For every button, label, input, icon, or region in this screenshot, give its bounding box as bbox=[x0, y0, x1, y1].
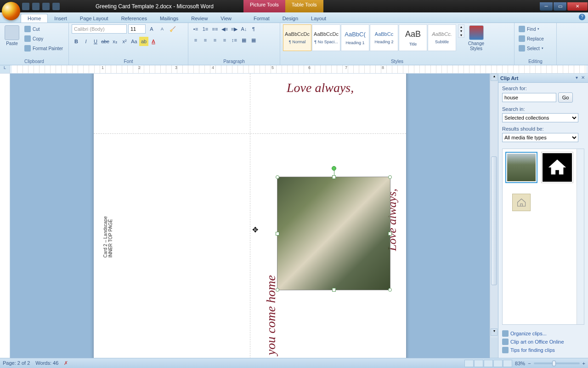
tab-home[interactable]: Home bbox=[21, 14, 48, 23]
tab-layout[interactable]: Layout bbox=[305, 14, 333, 23]
align-right-button[interactable]: ≡ bbox=[210, 35, 220, 45]
styles-more[interactable]: ▾ bbox=[458, 33, 464, 37]
context-tab-table[interactable]: Table Tools bbox=[285, 0, 323, 12]
increase-indent-button[interactable]: ≡▶ bbox=[230, 24, 239, 34]
change-case-button[interactable]: Aa bbox=[130, 37, 139, 46]
vertical-ruler[interactable] bbox=[0, 74, 10, 358]
underline-button[interactable]: U bbox=[91, 37, 100, 46]
tips-link[interactable]: Tips for finding clips bbox=[502, 346, 584, 354]
horizontal-ruler[interactable]: 1 2 3 4 5 6 7 8 bbox=[12, 65, 586, 73]
find-button[interactable]: Find▾ bbox=[517, 24, 545, 34]
tab-format[interactable]: Format bbox=[247, 14, 276, 23]
view-print-layout[interactable] bbox=[464, 360, 474, 367]
document-area[interactable]: Love always, Card 2 – Landscape INNER TO… bbox=[10, 74, 490, 358]
styles-scroll-up[interactable]: ▴ bbox=[458, 25, 464, 29]
office-button[interactable] bbox=[2, 2, 20, 20]
qat-more-icon[interactable] bbox=[52, 3, 60, 10]
qat-redo-icon[interactable] bbox=[42, 3, 50, 10]
tab-page-layout[interactable]: Page Layout bbox=[74, 14, 115, 23]
search-in-select[interactable]: Selected collections bbox=[502, 113, 578, 122]
pane-menu-button[interactable]: ▾ bbox=[573, 75, 580, 81]
tab-mailings[interactable]: Mailings bbox=[153, 14, 185, 23]
numbering-button[interactable]: 1≡ bbox=[201, 24, 210, 34]
styles-gallery[interactable]: AaBbCcDc¶ Normal AaBbCcDc¶ No Spaci... A… bbox=[283, 24, 456, 51]
clip-result-2[interactable] bbox=[541, 152, 573, 183]
clip-result-1[interactable] bbox=[505, 152, 537, 183]
vertical-scrollbar[interactable]: ▴ ▾ bbox=[490, 74, 498, 358]
page[interactable]: Love always, Card 2 – Landscape INNER TO… bbox=[94, 74, 406, 358]
tab-view[interactable]: View bbox=[214, 14, 238, 23]
decrease-indent-button[interactable]: ◀≡ bbox=[220, 24, 229, 34]
ruler-corner[interactable]: L bbox=[0, 65, 10, 73]
rotate-handle[interactable] bbox=[332, 166, 336, 171]
organize-clips-link[interactable]: Organize clips... bbox=[502, 329, 584, 338]
bold-button[interactable]: B bbox=[72, 37, 81, 46]
scroll-up-button[interactable]: ▴ bbox=[491, 74, 498, 81]
bullets-button[interactable]: •≡ bbox=[191, 24, 200, 34]
clear-format-button[interactable]: 🧹 bbox=[168, 24, 177, 34]
shading-button[interactable]: ▦ bbox=[239, 35, 249, 45]
browse-buttons[interactable] bbox=[491, 338, 498, 358]
style-heading1[interactable]: AaBbC(Heading 1 bbox=[341, 24, 369, 51]
superscript-button[interactable]: x² bbox=[120, 37, 129, 46]
search-input[interactable] bbox=[502, 93, 556, 102]
resize-handle-e[interactable] bbox=[388, 232, 392, 236]
resize-handle-nw[interactable] bbox=[276, 175, 279, 179]
page-indicator[interactable]: Page: 2 of 2 bbox=[3, 360, 30, 366]
style-heading2[interactable]: AaBbCcHeading 2 bbox=[370, 24, 398, 51]
shrink-font-button[interactable]: A bbox=[158, 24, 167, 34]
tab-review[interactable]: Review bbox=[185, 14, 214, 23]
context-tab-picture[interactable]: Picture Tools bbox=[243, 0, 285, 12]
scroll-down-button[interactable]: ▾ bbox=[491, 328, 498, 336]
qat-undo-icon[interactable] bbox=[32, 3, 40, 10]
word-count[interactable]: Words: 46 bbox=[35, 360, 58, 366]
font-name-select[interactable] bbox=[72, 24, 127, 34]
resize-handle-n[interactable] bbox=[332, 175, 336, 179]
tab-references[interactable]: References bbox=[115, 14, 153, 23]
change-styles-button[interactable]: Change Styles bbox=[466, 24, 486, 52]
font-size-select[interactable] bbox=[128, 24, 146, 34]
resize-handle-sw[interactable] bbox=[276, 288, 279, 292]
styles-scroll-down[interactable]: ▾ bbox=[458, 29, 464, 33]
align-left-button[interactable]: ≡ bbox=[191, 35, 200, 45]
view-draft[interactable] bbox=[503, 360, 512, 367]
selected-image[interactable] bbox=[277, 177, 390, 290]
sort-button[interactable]: A↓ bbox=[239, 24, 249, 34]
italic-button[interactable]: I bbox=[81, 37, 90, 46]
scroll-thumb[interactable] bbox=[491, 156, 497, 285]
font-color-button[interactable]: A bbox=[149, 37, 158, 46]
clipart-online-link[interactable]: Clip art on Office Online bbox=[502, 338, 584, 346]
highlight-button[interactable]: ab bbox=[139, 37, 148, 46]
minimize-button[interactable]: ─ bbox=[540, 2, 553, 11]
zoom-level[interactable]: 83% bbox=[515, 361, 525, 366]
go-button[interactable]: Go bbox=[558, 92, 573, 103]
select-button[interactable]: Select▾ bbox=[517, 44, 545, 53]
replace-button[interactable]: Replace bbox=[517, 34, 545, 43]
zoom-in-button[interactable]: + bbox=[582, 361, 585, 366]
view-outline[interactable] bbox=[493, 360, 503, 367]
help-button[interactable]: ? bbox=[579, 14, 585, 20]
resize-handle-w[interactable] bbox=[276, 232, 279, 236]
card-label[interactable]: Card 2 – Landscape INNER TOP PAGE bbox=[103, 216, 113, 258]
view-full-screen[interactable] bbox=[474, 360, 483, 367]
pane-close-button[interactable]: ✕ bbox=[580, 75, 586, 81]
results-select[interactable]: All media file types bbox=[502, 133, 578, 142]
style-nospacing[interactable]: AaBbCcDc¶ No Spaci... bbox=[312, 24, 340, 51]
resize-handle-s[interactable] bbox=[332, 288, 336, 292]
qat-save-icon[interactable] bbox=[22, 3, 29, 10]
line-spacing-button[interactable]: ↕≡ bbox=[230, 35, 239, 45]
results-scrollbar[interactable] bbox=[577, 149, 584, 324]
show-marks-button[interactable]: ¶ bbox=[249, 24, 258, 34]
proofing-icon[interactable]: ✗ bbox=[64, 360, 68, 366]
style-subtitle[interactable]: AaBbCc.Subtitle bbox=[428, 24, 456, 51]
strike-button[interactable]: abc bbox=[101, 37, 110, 46]
style-title[interactable]: AaBTitle bbox=[399, 24, 427, 51]
multilevel-button[interactable]: ≡≡ bbox=[210, 24, 220, 34]
format-painter-button[interactable]: Format Painter bbox=[23, 44, 64, 53]
close-button[interactable]: ✕ bbox=[567, 2, 588, 11]
view-web[interactable] bbox=[484, 360, 493, 367]
tab-design[interactable]: Design bbox=[276, 14, 305, 23]
resize-handle-se[interactable] bbox=[388, 288, 392, 292]
paste-button[interactable]: Paste bbox=[3, 24, 21, 47]
tab-insert[interactable]: Insert bbox=[48, 14, 74, 23]
